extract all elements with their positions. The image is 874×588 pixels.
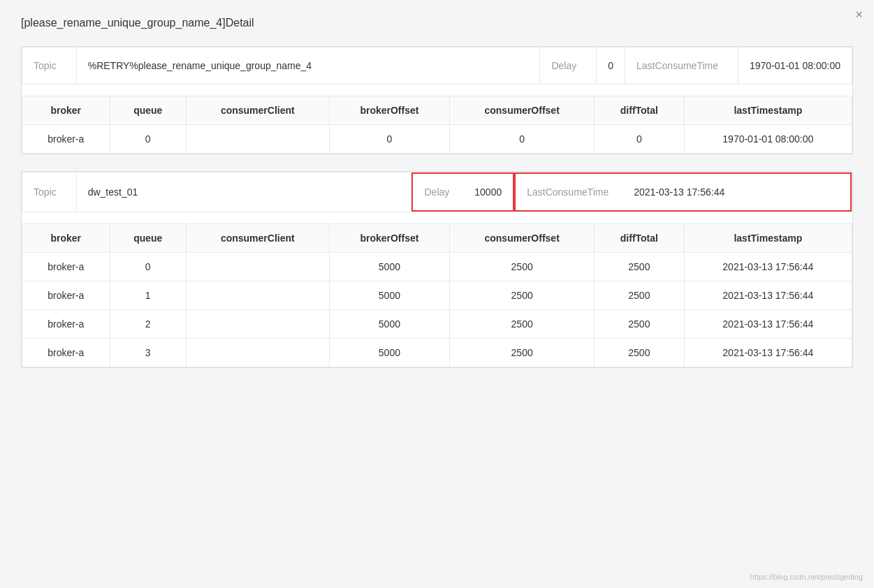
last-consume-label-1: LastConsumeTime xyxy=(625,47,738,84)
table-cell: 0 xyxy=(110,253,186,281)
col-header-consumer-client-1: consumerClient xyxy=(186,96,329,125)
watermark: https://blog.csdn.net/prestigeding xyxy=(750,573,863,581)
table-cell: 2500 xyxy=(450,310,595,339)
table-row: broker-a05000250025002021-03-13 17:56:44 xyxy=(22,253,852,281)
col-header-broker-1: broker xyxy=(22,96,110,125)
table-cell: 2500 xyxy=(450,339,595,367)
topic-value-2: dw_test_01 xyxy=(77,174,412,210)
table-cell: 2500 xyxy=(450,253,595,281)
topic-info-2: Topic dw_test_01 Delay 10000 LastConsume… xyxy=(22,172,852,212)
section-2: Topic dw_test_01 Delay 10000 LastConsume… xyxy=(21,171,853,368)
table-cell: broker-a xyxy=(22,253,110,281)
close-button[interactable]: × xyxy=(855,8,863,21)
table-cell xyxy=(186,253,329,281)
table-cell: 2021-03-13 17:56:44 xyxy=(684,253,852,281)
table-cell: 1970-01-01 08:00:00 xyxy=(684,125,852,154)
table-cell: 2500 xyxy=(450,281,595,310)
col-header-consumer-offset-2: consumerOffset xyxy=(450,224,595,253)
table-row: broker-a35000250025002021-03-13 17:56:44 xyxy=(22,339,852,367)
topic-label-2: Topic xyxy=(22,174,77,210)
table-cell: 5000 xyxy=(329,310,450,339)
topic-info-1: Topic %RETRY%please_rename_unique_group_… xyxy=(22,47,852,84)
table-cell: 2021-03-13 17:56:44 xyxy=(684,281,852,310)
table-cell xyxy=(186,339,329,367)
table-cell: 3 xyxy=(110,339,186,367)
table-1: broker queue consumerClient brokerOffset… xyxy=(22,96,852,154)
col-header-last-timestamp-2: lastTimestamp xyxy=(684,224,852,253)
delay-cell-2: Delay 10000 xyxy=(411,172,514,212)
table-cell: broker-a xyxy=(22,125,110,154)
table-cell: 2 xyxy=(110,310,186,339)
col-header-last-timestamp-1: lastTimestamp xyxy=(684,96,852,125)
col-header-queue-1: queue xyxy=(110,96,186,125)
section-1: Topic %RETRY%please_rename_unique_group_… xyxy=(21,46,853,154)
table-cell: broker-a xyxy=(22,339,110,367)
table-row: broker-a15000250025002021-03-13 17:56:44 xyxy=(22,281,852,310)
table-2: broker queue consumerClient brokerOffset… xyxy=(22,223,852,367)
col-header-diff-total-2: diffTotal xyxy=(595,224,685,253)
table-cell: 5000 xyxy=(329,253,450,281)
table-cell: 2500 xyxy=(595,281,685,310)
table-cell xyxy=(186,281,329,310)
col-header-broker-2: broker xyxy=(22,224,110,253)
table-cell: 0 xyxy=(450,125,595,154)
table-cell: 5000 xyxy=(329,281,450,310)
table-cell: 5000 xyxy=(329,339,450,367)
table-cell: 0 xyxy=(329,125,450,154)
modal: × [please_rename_unique_group_name_4]Det… xyxy=(0,0,874,588)
table-cell: 2500 xyxy=(595,310,685,339)
last-consume-cell-2: LastConsumeTime 2021-03-13 17:56:44 xyxy=(514,172,852,212)
last-consume-value-1: 1970-01-01 08:00:00 xyxy=(738,47,852,84)
col-header-consumer-client-2: consumerClient xyxy=(186,224,329,253)
delay-label-1: Delay xyxy=(540,47,597,84)
table-cell: broker-a xyxy=(22,310,110,339)
modal-title: [please_rename_unique_group_name_4]Detai… xyxy=(21,17,853,29)
col-header-consumer-offset-1: consumerOffset xyxy=(450,96,595,125)
topic-value-1: %RETRY%please_rename_unique_group_name_4 xyxy=(77,47,541,84)
table-cell xyxy=(186,125,329,154)
table-cell: 1 xyxy=(110,281,186,310)
table-cell: 2500 xyxy=(595,339,685,367)
col-header-broker-offset-1: brokerOffset xyxy=(329,96,450,125)
col-header-broker-offset-2: brokerOffset xyxy=(329,224,450,253)
table-row: broker-a25000250025002021-03-13 17:56:44 xyxy=(22,310,852,339)
table-cell: broker-a xyxy=(22,281,110,310)
delay-value-1: 0 xyxy=(597,47,625,84)
table-row: broker-a00001970-01-01 08:00:00 xyxy=(22,125,852,154)
table-cell: 2021-03-13 17:56:44 xyxy=(684,310,852,339)
table-cell: 0 xyxy=(110,125,186,154)
col-header-diff-total-1: diffTotal xyxy=(595,96,685,125)
col-header-queue-2: queue xyxy=(110,224,186,253)
table-cell: 2500 xyxy=(595,253,685,281)
table-cell: 0 xyxy=(595,125,685,154)
table-cell: 2021-03-13 17:56:44 xyxy=(684,339,852,367)
topic-label-1: Topic xyxy=(22,47,77,84)
table-cell xyxy=(186,310,329,339)
